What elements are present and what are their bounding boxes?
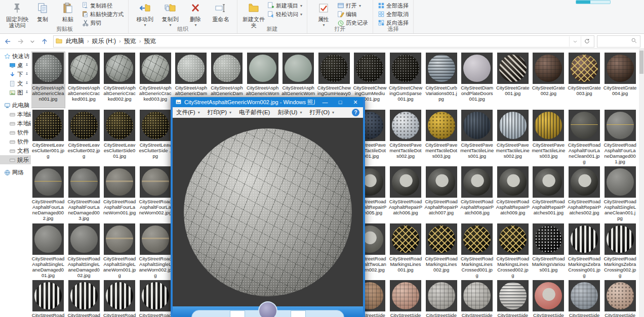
sidebar-item-桌[interactable]: 桌 (0, 61, 31, 70)
zoom-button[interactable] (230, 310, 245, 317)
next-button[interactable] (291, 310, 306, 317)
file-item[interactable]: CityStreetGrate004.jpg (603, 52, 637, 108)
file-item[interactable]: CityStreetRoadMarkingsLines001.jpg (389, 223, 422, 279)
file-item[interactable]: CityStreetRoadAsphaltSingleLaneDamaged00… (31, 223, 65, 279)
close-button[interactable]: × (348, 97, 363, 107)
file-item[interactable]: CityStreetRoad (139, 280, 172, 317)
ribbon-small-button[interactable]: 全部取消 (377, 11, 410, 18)
breadcrumb-item[interactable]: 娱乐 (H:) (89, 37, 119, 44)
ribbon-small-button[interactable]: 新建项目▾ (266, 2, 303, 10)
file-item[interactable]: CityStreetRoadMarkingsLines002.jpg (425, 223, 458, 279)
file-item[interactable]: CityStreetRoad (103, 280, 136, 317)
ribbon-button[interactable]: 复制 (30, 1, 55, 23)
file-item[interactable]: CityStreetRoadAsphaltSingleLaneWorn002.j… (139, 223, 172, 279)
file-item[interactable]: CityStreetRoadAsphaltFourLaneClean001.jp… (568, 109, 601, 165)
file-item[interactable]: CityStreetSidew (603, 280, 637, 317)
ribbon-small-button[interactable]: 编辑 (336, 11, 369, 18)
file-item[interactable]: CityStreetRoadAsphaltRepairPatches001.jp… (532, 166, 565, 221)
sidebar-item-图[interactable]: 图 (0, 88, 31, 97)
file-item[interactable]: CityStreetRoad (67, 280, 101, 317)
ribbon-button[interactable]: 固定到快速访问 (5, 1, 30, 29)
sidebar-item-网络[interactable]: 网络 (0, 168, 31, 177)
file-item[interactable]: CityStreetSidew (532, 280, 565, 317)
sidebar-item-娱乐[interactable]: 娱乐 (0, 155, 31, 164)
file-item[interactable]: CityStreetGrate001.jpg (496, 52, 530, 108)
ribbon-button[interactable]: 属性▾ (311, 1, 336, 29)
file-item[interactable]: CityStreetRoadAsphaltFourLaneWorn002.jpg (139, 166, 172, 221)
photo-viewer-titlebar[interactable]: CityStreetAsphaltGenericWorn002.jpg - Wi… (173, 97, 363, 107)
file-item[interactable]: CityStreetGrate003.jpg (568, 52, 601, 108)
file-item[interactable]: CityStreetLeavesClutterSide001.jpg (103, 109, 136, 165)
file-item[interactable]: CityStreetRoadAsphaltRepairPatches002.jp… (568, 166, 601, 221)
file-item[interactable]: CityStreetPavementTactileDots002.jpg (389, 109, 422, 165)
ribbon-small-button[interactable]: 全部选择 (377, 2, 410, 10)
ribbon-button[interactable]: 删除▾ (183, 1, 208, 29)
sidebar-item-本地磁[interactable]: 本地磁 (0, 110, 31, 119)
file-item[interactable]: CityStreetRoadMarkingsVarious001.jpg (532, 223, 565, 279)
play-slideshow-button[interactable] (258, 301, 277, 317)
file-item[interactable]: CityStreetRoadAsphaltRepairPatch009.jpg (496, 166, 530, 221)
file-item[interactable]: CityStreetRoadAsphaltSingleLaneClean001.… (603, 166, 637, 221)
sidebar-item-文档[interactable]: 文档 (0, 146, 31, 155)
ribbon-small-button[interactable]: 轻松访问▾ (266, 11, 303, 18)
sidebar-item-下[interactable]: 下 (0, 70, 31, 79)
file-item[interactable]: CityStreetLeavesClutter001.jpg (31, 109, 65, 165)
file-item[interactable]: CityStreetPavementTactileLines003.jpg (532, 109, 565, 165)
viewer-menu-item[interactable]: 文件(F)▾ (176, 109, 200, 116)
file-item[interactable]: CityStreetSidew (496, 280, 530, 317)
file-item[interactable]: CityStreetRoadAsphaltFourLaneDamaged003.… (67, 166, 101, 221)
file-item[interactable]: CityStreetRoadAsphaltFourLaneDamaged001.… (603, 109, 637, 165)
file-item[interactable]: CityStreetRoad (31, 280, 65, 317)
refresh-button[interactable] (581, 36, 592, 47)
viewer-menu-item[interactable]: 打印(P)▾ (208, 109, 231, 116)
file-item[interactable]: CityStreetAsphaltGenericCracked003.jpg (139, 52, 172, 108)
file-item[interactable]: CityStreetAsphaltGenericCracked002.jpg (103, 52, 136, 108)
breadcrumb[interactable]: 此电脑›娱乐 (H:)›预览›预览 (53, 35, 594, 48)
file-item[interactable]: CityStreetAsphaltGenericClean001.jpg (31, 52, 65, 108)
file-item[interactable]: CityStreetSidew (460, 280, 494, 317)
breadcrumb-item[interactable]: 预览 (141, 37, 159, 44)
vertical-scrollbar[interactable] (639, 49, 644, 317)
file-item[interactable]: CityStreetRoadAsphaltFourLaneWorn001.jpg (103, 166, 136, 221)
file-item[interactable]: CityStreetDiamondPlateDoors001.jpg (460, 52, 494, 108)
file-item[interactable]: CityStreetRoadAsphaltSingleLaneDamaged00… (67, 223, 101, 279)
file-item[interactable]: CityStreetSidew (389, 280, 422, 317)
breadcrumb-item[interactable]: 此电脑 (63, 37, 87, 44)
file-item[interactable]: CityStreetRoadMarkingsZebraCrossing001.j… (568, 223, 601, 279)
help-icon[interactable]: ? (352, 109, 359, 116)
breadcrumb-item[interactable]: 预览 (121, 37, 139, 44)
file-item[interactable]: CityStreetChewingGumSparse001.jpg (389, 52, 422, 108)
file-item[interactable]: CityStreetRoadAsphaltFourLaneDamaged002.… (31, 166, 65, 221)
ribbon-small-button[interactable]: 打开▾ (336, 2, 369, 10)
scrollbar-thumb[interactable] (639, 51, 643, 74)
file-item[interactable]: CityStreetRoadAsphaltRepairPatch007.jpg (425, 166, 458, 221)
recent-locations-chevron[interactable] (26, 36, 38, 47)
file-item[interactable]: CityStreetRoadAsphaltSingleLaneWorn001.j… (103, 223, 136, 279)
address-dropdown-chevron[interactable] (569, 36, 581, 47)
file-item[interactable]: CityStreetRoadAsphaltRepairPatch006.jpg (389, 166, 422, 221)
file-item[interactable]: CityStreetGrate002.jpg (532, 52, 565, 108)
file-item[interactable]: CityStreetPavementTactileDots003.jpg (425, 109, 458, 165)
maximize-button[interactable]: □ (333, 97, 348, 107)
ribbon-button[interactable]: 重命名 (208, 1, 233, 23)
viewer-menu-item[interactable]: 刻录(U)▾ (277, 109, 302, 116)
ribbon-small-button[interactable]: 复制路径 (80, 2, 125, 10)
ribbon-button[interactable]: 移动到▾ (132, 1, 157, 29)
file-item[interactable]: CityStreetPavementTactileLines002.jpg (496, 109, 530, 165)
file-item[interactable]: CityStreetPavementTactileLines001.jpg (460, 109, 494, 165)
ribbon-button[interactable]: 粘贴 (55, 1, 80, 23)
sidebar-item-文[interactable]: 文 (0, 79, 31, 88)
sidebar-item-快速访[interactable]: 快速访 (0, 52, 31, 61)
ribbon-button[interactable]: 复制到▾ (157, 1, 183, 29)
search-input[interactable] (597, 35, 640, 48)
file-item[interactable]: CityStreetSidew (568, 280, 601, 317)
sidebar-item-本地磁[interactable]: 本地磁 (0, 119, 31, 128)
file-item[interactable]: CityStreetRoadMarkingsZebraCrossing002.j… (603, 223, 637, 279)
file-item[interactable]: CityStreetRoadMarkingsLinesCrossed002.jp… (496, 223, 530, 279)
file-item[interactable]: CityStreetCurbVariations001.jpg (425, 52, 458, 108)
file-item[interactable]: CityStreetLeavesClutterSide .jpg (139, 109, 172, 165)
back-button[interactable] (2, 36, 14, 47)
ribbon-small-button[interactable]: 粘贴快捷方式 (80, 11, 125, 18)
file-item[interactable]: CityStreetLeavesClutter002.jpg (67, 109, 101, 165)
minimize-button[interactable]: — (317, 97, 333, 107)
